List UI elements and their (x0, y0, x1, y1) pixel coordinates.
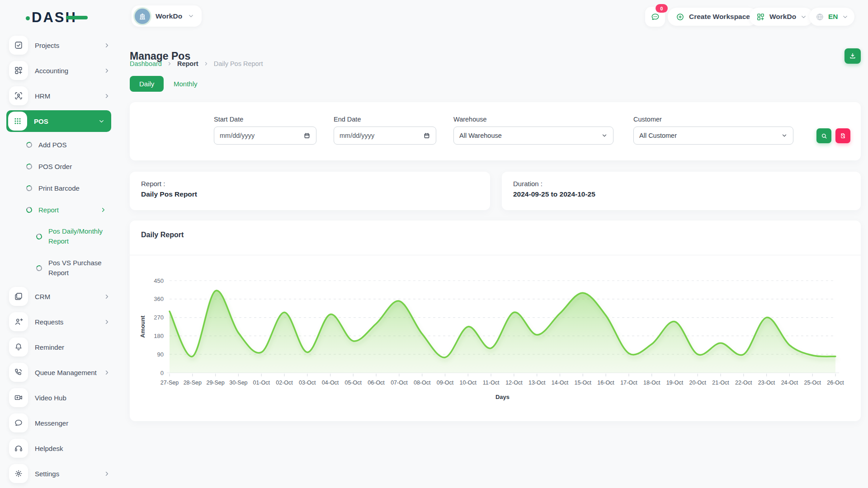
sidebar-item-label: Settings (35, 470, 97, 478)
chat-icon (14, 418, 24, 428)
start-date-label: Start Date (214, 116, 243, 123)
chevron-right-icon (104, 42, 110, 49)
breadcrumb-current: Daily Pos Report (214, 60, 263, 67)
daily-report-area-chart: 09018027036045027-Sep28-Sep29-Sep30-Sep0… (136, 260, 850, 416)
sidebar-item-accounting[interactable]: Accounting (0, 58, 118, 83)
sidebar-item-crm[interactable]: CRM (0, 284, 118, 309)
sidebar-item-pos-order[interactable]: POS Order (0, 155, 118, 177)
x-tick-label: 27-Sep (160, 380, 179, 386)
end-date-input[interactable]: mm/dd/yyyy (334, 127, 436, 145)
calendar-icon (423, 132, 430, 139)
user-plus-icon-tile (9, 312, 28, 331)
chevron-right-icon (104, 93, 110, 99)
y-tick-label: 270 (154, 314, 164, 321)
video-icon-tile (9, 388, 28, 407)
donut-bullet-icon (35, 264, 43, 272)
sidebar-item-label: CRM (35, 293, 97, 300)
sidebar-item-pos-vs-purchase-report[interactable]: Pos VS Purchase Report (0, 252, 118, 284)
x-tick-label: 29-Sep (206, 380, 224, 386)
filter-card: Start Date mm/dd/yyyy End Date mm/dd/yyy… (130, 102, 861, 160)
start-date-input[interactable]: mm/dd/yyyy (214, 127, 316, 145)
y-tick-label: 0 (160, 370, 164, 376)
sidebar-item-label: POS (34, 117, 91, 125)
x-tick-label: 25-Oct (804, 380, 821, 386)
x-tick-label: 23-Oct (758, 380, 775, 386)
download-report-button[interactable] (844, 48, 861, 64)
chevron-right-icon (104, 369, 110, 376)
report-label: Report : (141, 180, 165, 188)
breadcrumb-dashboard[interactable]: Dashboard (130, 60, 162, 67)
breadcrumb: Dashboard Report Daily Pos Report (130, 60, 263, 67)
tab-daily[interactable]: Daily (130, 76, 164, 92)
sidebar-item-label: Messenger (35, 419, 110, 427)
workspace-avatar (135, 9, 150, 24)
sidebar-item-hrm[interactable]: HRM (0, 83, 118, 108)
check-square-icon-tile (9, 36, 28, 55)
sidebar-item-add-pos[interactable]: Add POS (0, 134, 118, 155)
chevron-right-icon (167, 61, 172, 66)
sidebar-item-label: Add POS (38, 141, 107, 149)
sidebar-item-report[interactable]: Report (0, 199, 118, 221)
chevron-right-icon (104, 470, 110, 477)
language-menu-button[interactable]: EN (809, 8, 854, 26)
chevron-right-icon (104, 319, 110, 325)
sidebar-item-pos-daily-monthly-report[interactable]: Pos Daily/Monthly Report (0, 221, 118, 252)
y-tick-label: 450 (154, 277, 164, 284)
messages-button[interactable]: 0 (645, 7, 665, 27)
y-tick-label: 180 (154, 333, 164, 339)
cards-icon (14, 291, 24, 301)
x-tick-label: 12-Oct (505, 380, 523, 386)
sidebar-item-messenger[interactable]: Messenger (0, 410, 118, 436)
customer-select[interactable]: All Customer (633, 127, 793, 145)
donut-bullet-icon (35, 233, 43, 240)
company-menu-button[interactable]: WorkDo (750, 8, 813, 26)
clear-filter-button[interactable] (835, 128, 850, 143)
sidebar-item-label: Pos Daily/Monthly Report (48, 226, 107, 246)
sidebar-item-label: Helpdesk (35, 445, 110, 452)
sidebar-item-settings[interactable]: Settings (0, 461, 118, 486)
y-tick-label: 90 (157, 351, 164, 358)
sidebar-item-pos[interactable]: POS (6, 110, 111, 132)
donut-bullet-icon (25, 206, 33, 214)
apply-filter-button[interactable] (816, 128, 831, 143)
donut-bullet-icon (25, 163, 33, 170)
x-tick-label: 19-Oct (666, 380, 684, 386)
headset-icon (14, 443, 24, 453)
chevron-down-icon (98, 118, 105, 125)
messages-count-badge: 0 (656, 4, 668, 13)
sidebar-item-label: Video Hub (35, 394, 110, 402)
workspace-switcher[interactable]: WorkDo (132, 5, 202, 27)
tab-monthly[interactable]: Monthly (168, 76, 203, 92)
divider (130, 255, 861, 255)
sidebar-item-label: Pos VS Purchase Report (48, 258, 107, 278)
duration-summary-card: Duration : 2024-09-25 to 2024-10-25 (502, 172, 861, 210)
check-square-icon (14, 40, 24, 50)
sidebar-item-queue-management[interactable]: Queue Management (0, 360, 118, 385)
x-tick-label: 10-Oct (460, 380, 477, 386)
bell-icon-tile (9, 338, 28, 357)
daily-report-card: Daily Report 09018027036045027-Sep28-Sep… (130, 221, 861, 421)
sidebar-item-projects[interactable]: Projects (0, 33, 118, 58)
logo-dash-icon (66, 16, 88, 19)
x-tick-label: 28-Sep (184, 380, 202, 386)
chat-bubble-icon (650, 12, 660, 22)
breadcrumb-report[interactable]: Report (177, 60, 198, 67)
sidebar-item-label: Projects (35, 42, 97, 49)
report-value: Daily Pos Report (141, 190, 197, 198)
create-workspace-button[interactable]: Create Workspace (668, 8, 758, 26)
warehouse-select[interactable]: All Warehouse (453, 127, 613, 145)
dots-grid-icon-tile (8, 112, 27, 131)
sidebar-item-video-hub[interactable]: Video Hub (0, 385, 118, 410)
end-date-label: End Date (334, 116, 361, 123)
chevron-down-icon (800, 14, 807, 20)
x-tick-label: 03-Oct (299, 380, 316, 386)
x-tick-label: 14-Oct (552, 380, 569, 386)
gear-icon-tile (9, 464, 28, 483)
sidebar-item-helpdesk[interactable]: Helpdesk (0, 436, 118, 461)
sidebar-item-label: Reminder (35, 343, 110, 351)
user-plus-icon (14, 317, 24, 327)
sidebar-item-print-barcode[interactable]: Print Barcode (0, 177, 118, 199)
sidebar-item-reminder[interactable]: Reminder (0, 334, 118, 360)
sidebar-item-requests[interactable]: Requests (0, 309, 118, 334)
language-label: EN (828, 13, 838, 21)
